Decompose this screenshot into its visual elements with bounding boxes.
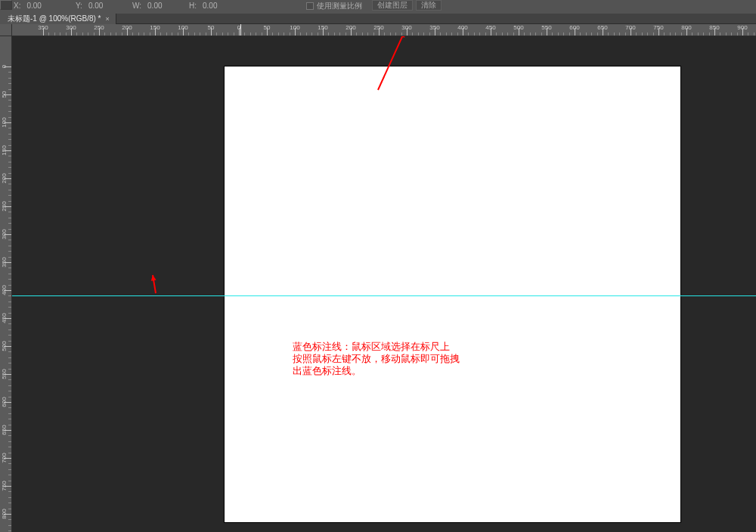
h-ruler-minor-tick	[703, 32, 704, 36]
v-ruler-minor-tick	[8, 106, 11, 107]
h-ruler-minor-tick	[284, 32, 284, 36]
h-ruler-label: 250	[373, 24, 383, 31]
h-ruler-label: 800	[681, 24, 691, 31]
h-ruler-minor-tick	[502, 32, 503, 36]
h-ruler-minor-tick	[737, 32, 738, 36]
v-ruler-minor-tick	[8, 162, 11, 162]
h-ruler-minor-tick	[300, 32, 301, 36]
clear-label: 清除	[421, 0, 436, 11]
tool-preset-swatch[interactable]	[0, 0, 12, 10]
vertical-ruler[interactable]: 0501001502002503003504004505005506006507…	[0, 36, 12, 532]
h-ruler-label: 750	[653, 24, 663, 31]
opt-y-value: 0.00	[88, 2, 103, 10]
h-ruler-minor-tick	[563, 32, 564, 36]
document-tab-title: 未标题-1 @ 100%(RGB/8) *	[8, 14, 101, 24]
h-ruler-minor-tick	[524, 32, 525, 36]
app-root: X: 0.00 Y: 0.00 W: 0.00 H: 0.00 使用测量比例 创…	[0, 0, 756, 532]
v-ruler-minor-tick	[8, 419, 11, 419]
v-ruler-minor-tick	[8, 341, 11, 342]
clear-button[interactable]: 清除	[416, 0, 442, 11]
h-ruler-label: 600	[569, 24, 579, 31]
ruler-origin-toggle[interactable]	[0, 24, 12, 36]
h-ruler-minor-tick	[468, 32, 469, 36]
h-ruler-minor-tick	[328, 32, 329, 36]
h-ruler-minor-tick	[552, 32, 553, 36]
h-ruler-minor-tick	[76, 32, 77, 36]
checkbox-label: 使用测量比例	[317, 1, 362, 11]
v-ruler-minor-tick	[8, 509, 11, 509]
h-ruler-label: 500	[513, 24, 523, 31]
h-ruler-label: 300	[66, 24, 76, 31]
v-ruler-minor-tick	[8, 274, 11, 274]
v-ruler-minor-tick	[8, 357, 11, 358]
h-ruler-minor-tick	[188, 32, 189, 36]
h-ruler-minor-tick	[586, 32, 587, 36]
v-ruler-minor-tick	[8, 397, 11, 397]
h-ruler-minor-tick	[138, 32, 139, 36]
h-ruler-minor-tick	[479, 32, 480, 36]
h-ruler-minor-tick	[720, 32, 720, 36]
h-ruler-minor-tick	[614, 32, 615, 36]
v-ruler-minor-tick	[8, 441, 11, 442]
h-ruler-minor-tick	[681, 32, 682, 36]
v-ruler-minor-tick	[8, 184, 11, 184]
h-ruler-minor-tick	[412, 32, 413, 36]
create-layer-button[interactable]: 创建图层	[372, 0, 413, 11]
v-ruler-minor-tick	[8, 335, 11, 336]
create-layer-label: 创建图层	[377, 0, 407, 11]
h-ruler-minor-tick	[709, 32, 710, 36]
v-ruler-minor-tick	[8, 329, 11, 330]
h-ruler-label: 900	[737, 24, 747, 31]
v-ruler-minor-tick	[8, 251, 11, 252]
h-ruler-minor-tick	[206, 32, 206, 36]
v-ruler-minor-tick	[8, 307, 11, 308]
h-ruler-minor-tick	[66, 32, 67, 36]
v-ruler-minor-tick	[8, 246, 11, 246]
annotation-text: 蓝色标注线：鼠标区域选择在标尺上 按照鼠标左键不放，移动鼠标即可拖拽 出蓝色标注…	[293, 341, 460, 377]
v-ruler-label: 300	[1, 229, 8, 239]
v-ruler-label: 400	[1, 285, 8, 295]
h-ruler-minor-tick	[541, 32, 542, 36]
use-measure-scale-checkbox[interactable]: 使用测量比例	[306, 1, 362, 11]
h-ruler-minor-tick	[82, 32, 83, 36]
v-ruler-minor-tick	[8, 447, 11, 447]
h-ruler-minor-tick	[228, 32, 228, 36]
h-ruler-minor-tick	[234, 32, 234, 36]
opt-w-value: 0.00	[147, 2, 162, 10]
workspace[interactable]: 蓝色标注线：鼠标区域选择在标尺上 按照鼠标左键不放，移动鼠标即可拖拽 出蓝色标注…	[12, 36, 756, 532]
opt-w: W: 0.00	[132, 2, 163, 10]
v-ruler-minor-tick	[8, 111, 11, 112]
h-ruler-minor-tick	[625, 32, 626, 36]
close-icon[interactable]: ×	[106, 15, 110, 23]
document-tab[interactable]: 未标题-1 @ 100%(RGB/8) * ×	[0, 14, 116, 24]
h-ruler-minor-tick	[642, 32, 643, 36]
v-ruler-label: 750	[1, 481, 8, 490]
v-ruler-label: 350	[1, 257, 8, 267]
h-ruler-minor-tick	[401, 32, 402, 36]
v-ruler-minor-tick	[8, 218, 11, 218]
v-ruler-label: 500	[1, 341, 8, 351]
opt-y: Y: 0.00	[76, 2, 103, 10]
h-ruler-minor-tick	[110, 32, 111, 36]
h-ruler-minor-tick	[222, 32, 223, 36]
v-ruler-minor-tick	[8, 407, 11, 408]
h-ruler-minor-tick	[373, 32, 374, 36]
h-ruler-minor-tick	[311, 32, 312, 36]
v-ruler-minor-tick	[8, 453, 11, 453]
document-tab-bar: 未标题-1 @ 100%(RGB/8) * ×	[0, 14, 756, 24]
h-ruler-minor-tick	[670, 32, 671, 36]
h-ruler-label: 50	[264, 24, 271, 31]
horizontal-ruler[interactable]: 3503002502001501005005010015020025030035…	[12, 24, 756, 36]
h-ruler-minor-tick	[731, 32, 732, 36]
annotation-line-1: 蓝色标注线：鼠标区域选择在标尺上	[293, 341, 460, 353]
canvas[interactable]	[225, 66, 680, 522]
h-ruler-minor-tick	[290, 32, 290, 36]
horizontal-guide-line[interactable]	[12, 295, 756, 296]
h-ruler-minor-tick	[116, 32, 116, 36]
h-ruler-minor-tick	[339, 32, 340, 36]
v-ruler-minor-tick	[8, 195, 11, 196]
opt-w-label: W:	[132, 2, 141, 10]
v-ruler-label: 250	[1, 201, 8, 211]
h-ruler-minor-tick	[692, 32, 692, 36]
h-ruler-label: 50	[208, 24, 215, 31]
